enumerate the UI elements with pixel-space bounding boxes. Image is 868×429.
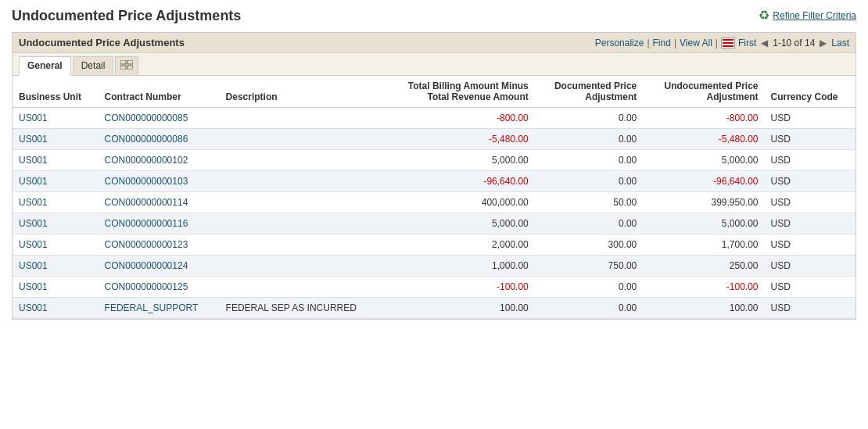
svg-rect-4 bbox=[127, 60, 133, 64]
table-row: US001CON000000000103-96,640.000.00-96,64… bbox=[13, 171, 855, 192]
cell-undocumented: -5,480.00 bbox=[643, 129, 764, 150]
table-row: US001CON000000000086-5,480.000.00-5,480.… bbox=[13, 129, 855, 150]
cell-contract-number: CON000000000103 bbox=[99, 171, 220, 192]
cell-currency: USD bbox=[765, 108, 855, 129]
cell-contract-number: CON000000000114 bbox=[99, 192, 220, 213]
cell-description bbox=[220, 150, 383, 171]
cell-undocumented: 100.00 bbox=[643, 298, 764, 319]
cell-currency: USD bbox=[765, 213, 855, 234]
cell-business-unit: US001 bbox=[13, 150, 99, 171]
sep3: | bbox=[716, 38, 718, 48]
table-row: US001CON0000000001165,000.000.005,000.00… bbox=[13, 213, 855, 234]
contract-link[interactable]: CON000000000116 bbox=[105, 218, 188, 229]
svg-rect-0 bbox=[723, 39, 733, 41]
tab-general[interactable]: General bbox=[19, 56, 71, 76]
cell-total-billing: -5,480.00 bbox=[383, 129, 535, 150]
refine-filter: ♻ Refine Filter Criteria bbox=[759, 8, 856, 23]
cell-contract-number: CON000000000125 bbox=[99, 277, 220, 298]
cell-contract-number: CON000000000085 bbox=[99, 108, 220, 129]
cell-description bbox=[220, 234, 383, 256]
contract-link[interactable]: CON000000000123 bbox=[105, 239, 188, 250]
grid-header-bar: Undocumented Price Adjustments Personali… bbox=[13, 33, 855, 53]
cell-total-billing: 5,000.00 bbox=[383, 213, 535, 234]
refresh-icon: ♻ bbox=[759, 8, 769, 23]
cell-business-unit: US001 bbox=[13, 192, 99, 213]
col-currency: Currency Code bbox=[765, 76, 855, 108]
svg-rect-1 bbox=[723, 42, 733, 44]
col-description: Description bbox=[220, 76, 383, 108]
table-row: US001CON0000000001241,000.00750.00250.00… bbox=[13, 256, 855, 277]
data-table: Business Unit Contract Number Descriptio… bbox=[13, 76, 855, 319]
contract-link[interactable]: FEDERAL_SUPPORT bbox=[105, 302, 199, 313]
cell-total-billing: -96,640.00 bbox=[383, 171, 535, 192]
view-all-link[interactable]: View All bbox=[680, 38, 712, 48]
next-btn[interactable]: ▶ bbox=[818, 38, 828, 48]
find-link[interactable]: Find bbox=[653, 38, 671, 48]
prev-btn[interactable]: ◀ bbox=[759, 38, 769, 48]
contract-link[interactable]: CON000000000114 bbox=[105, 197, 188, 208]
tab-detail[interactable]: Detail bbox=[73, 56, 114, 75]
cell-currency: USD bbox=[765, 298, 855, 319]
cell-description bbox=[220, 277, 383, 298]
grid-container: Undocumented Price Adjustments Personali… bbox=[12, 32, 856, 320]
cell-total-billing: -800.00 bbox=[383, 108, 535, 129]
cell-business-unit: US001 bbox=[13, 213, 99, 234]
cell-documented: 0.00 bbox=[535, 298, 644, 319]
cell-currency: USD bbox=[765, 234, 855, 256]
cell-description: FEDERAL SEP AS INCURRED bbox=[220, 298, 383, 319]
cell-business-unit: US001 bbox=[13, 171, 99, 192]
personalize-link[interactable]: Personalize bbox=[595, 38, 644, 48]
cell-currency: USD bbox=[765, 129, 855, 150]
table-row: US001CON000000000114400,000.0050.00399,9… bbox=[13, 192, 855, 213]
svg-rect-3 bbox=[120, 60, 126, 64]
cell-documented: 0.00 bbox=[535, 150, 644, 171]
cell-contract-number: CON000000000116 bbox=[99, 213, 220, 234]
col-contract-number: Contract Number bbox=[99, 76, 220, 108]
refine-filter-link[interactable]: Refine Filter Criteria bbox=[773, 10, 856, 21]
col-business-unit: Business Unit bbox=[13, 76, 99, 108]
tabs-bar: General Detail bbox=[13, 53, 855, 76]
cell-description bbox=[220, 213, 383, 234]
cell-business-unit: US001 bbox=[13, 234, 99, 256]
cell-documented: 300.00 bbox=[535, 234, 644, 256]
contract-link[interactable]: CON000000000103 bbox=[105, 176, 188, 187]
svg-rect-5 bbox=[120, 66, 126, 70]
col-undocumented: Undocumented PriceAdjustment bbox=[643, 76, 764, 108]
tab-grid-icon[interactable] bbox=[115, 56, 138, 75]
cell-description bbox=[220, 108, 383, 129]
cell-description bbox=[220, 171, 383, 192]
contract-link[interactable]: CON000000000125 bbox=[105, 281, 188, 292]
cell-undocumented: -100.00 bbox=[643, 277, 764, 298]
page-header: Undocumented Price Adjustments ♻ Refine … bbox=[12, 8, 856, 24]
cell-description bbox=[220, 256, 383, 277]
first-link[interactable]: First bbox=[738, 38, 756, 48]
table-row: US001CON000000000125-100.000.00-100.00US… bbox=[13, 277, 855, 298]
cell-business-unit: US001 bbox=[13, 129, 99, 150]
col-documented: Documented PriceAdjustment bbox=[535, 76, 644, 108]
cell-total-billing: -100.00 bbox=[383, 277, 535, 298]
cell-business-unit: US001 bbox=[13, 277, 99, 298]
cell-undocumented: -96,640.00 bbox=[643, 171, 764, 192]
cell-total-billing: 5,000.00 bbox=[383, 150, 535, 171]
cell-business-unit: US001 bbox=[13, 108, 99, 129]
cell-total-billing: 1,000.00 bbox=[383, 256, 535, 277]
cell-undocumented: 250.00 bbox=[643, 256, 764, 277]
cell-currency: USD bbox=[765, 171, 855, 192]
sep1: | bbox=[647, 38, 649, 48]
cell-currency: USD bbox=[765, 150, 855, 171]
table-row: US001CON0000000001232,000.00300.001,700.… bbox=[13, 234, 855, 256]
cell-documented: 0.00 bbox=[535, 213, 644, 234]
last-link[interactable]: Last bbox=[831, 38, 849, 48]
cell-documented: 0.00 bbox=[535, 108, 644, 129]
cell-documented: 0.00 bbox=[535, 129, 644, 150]
contract-link[interactable]: CON000000000124 bbox=[105, 260, 188, 271]
contract-link[interactable]: CON000000000086 bbox=[105, 134, 188, 145]
contract-link[interactable]: CON000000000085 bbox=[105, 113, 188, 123]
table-row: US001CON0000000001025,000.000.005,000.00… bbox=[13, 150, 855, 171]
grid-icon[interactable] bbox=[721, 38, 735, 48]
cell-contract-number: CON000000000086 bbox=[99, 129, 220, 150]
cell-currency: USD bbox=[765, 192, 855, 213]
cell-total-billing: 400,000.00 bbox=[383, 192, 535, 213]
contract-link[interactable]: CON000000000102 bbox=[105, 155, 188, 166]
grid-controls: Personalize | Find | View All | First ◀ … bbox=[595, 38, 849, 48]
